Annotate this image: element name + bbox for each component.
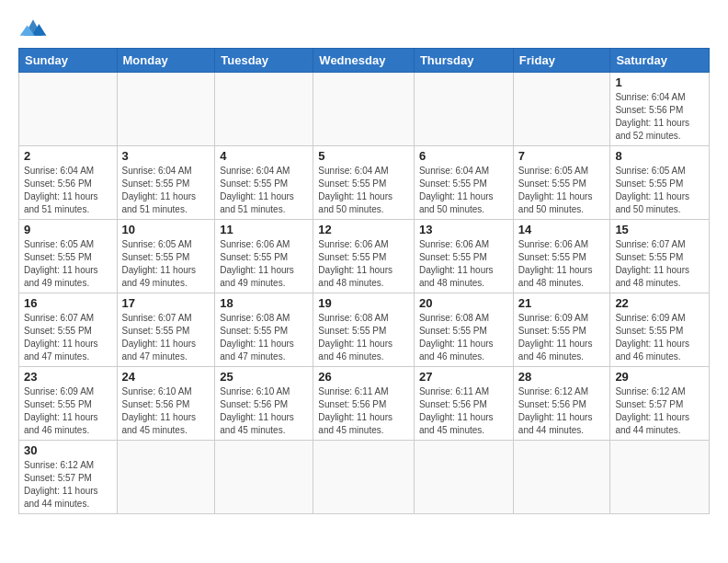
weekday-header-row: SundayMondayTuesdayWednesdayThursdayFrid…: [19, 49, 710, 73]
calendar: SundayMondayTuesdayWednesdayThursdayFrid…: [18, 48, 710, 514]
day-number: 13: [419, 223, 508, 236]
day-number: 2: [24, 149, 112, 163]
day-info: Sunrise: 6:07 AM Sunset: 5:55 PM Dayligh…: [615, 238, 704, 290]
calendar-cell: 10Sunrise: 6:05 AM Sunset: 5:55 PM Dayli…: [117, 220, 215, 293]
calendar-cell: [313, 441, 415, 514]
calendar-cell: 9Sunrise: 6:05 AM Sunset: 5:55 PM Daylig…: [19, 220, 118, 293]
day-info: Sunrise: 6:11 AM Sunset: 5:56 PM Dayligh…: [318, 385, 409, 437]
calendar-cell: 1Sunrise: 6:04 AM Sunset: 5:56 PM Daylig…: [610, 73, 710, 146]
logo: [18, 15, 51, 40]
calendar-cell: 27Sunrise: 6:11 AM Sunset: 5:56 PM Dayli…: [414, 367, 513, 441]
day-number: 23: [24, 370, 112, 384]
page: SundayMondayTuesdayWednesdayThursdayFrid…: [0, 0, 728, 563]
day-info: Sunrise: 6:06 AM Sunset: 5:55 PM Dayligh…: [419, 238, 508, 290]
day-number: 5: [318, 149, 409, 163]
day-info: Sunrise: 6:09 AM Sunset: 5:55 PM Dayligh…: [518, 312, 606, 363]
calendar-cell: 26Sunrise: 6:11 AM Sunset: 5:56 PM Dayli…: [313, 367, 415, 441]
day-info: Sunrise: 6:12 AM Sunset: 5:57 PM Dayligh…: [615, 385, 704, 437]
day-info: Sunrise: 6:10 AM Sunset: 5:56 PM Dayligh…: [220, 385, 308, 437]
day-info: Sunrise: 6:04 AM Sunset: 5:55 PM Dayligh…: [122, 165, 210, 216]
calendar-cell: [414, 441, 513, 514]
day-info: Sunrise: 6:05 AM Sunset: 5:55 PM Dayligh…: [24, 238, 112, 290]
calendar-cell: 25Sunrise: 6:10 AM Sunset: 5:56 PM Dayli…: [215, 367, 313, 441]
calendar-cell: 2Sunrise: 6:04 AM Sunset: 5:56 PM Daylig…: [19, 146, 118, 220]
weekday-header: Monday: [117, 49, 215, 73]
weekday-header: Friday: [513, 49, 610, 73]
calendar-cell: 15Sunrise: 6:07 AM Sunset: 5:55 PM Dayli…: [610, 220, 710, 293]
day-info: Sunrise: 6:12 AM Sunset: 5:56 PM Dayligh…: [518, 385, 606, 437]
day-info: Sunrise: 6:10 AM Sunset: 5:56 PM Dayligh…: [122, 385, 210, 437]
calendar-cell: [414, 73, 513, 146]
day-number: 27: [419, 370, 508, 384]
day-number: 21: [518, 296, 606, 310]
calendar-cell: 14Sunrise: 6:06 AM Sunset: 5:55 PM Dayli…: [513, 220, 610, 293]
calendar-cell: [610, 441, 710, 514]
header: [18, 15, 710, 40]
calendar-cell: [117, 73, 215, 146]
calendar-cell: 20Sunrise: 6:08 AM Sunset: 5:55 PM Dayli…: [414, 293, 513, 367]
day-number: 1: [615, 75, 704, 89]
calendar-cell: [215, 73, 313, 146]
calendar-cell: 18Sunrise: 6:08 AM Sunset: 5:55 PM Dayli…: [215, 293, 313, 367]
calendar-cell: [313, 73, 415, 146]
day-number: 8: [615, 149, 704, 163]
calendar-cell: 23Sunrise: 6:09 AM Sunset: 5:55 PM Dayli…: [19, 367, 118, 441]
day-info: Sunrise: 6:07 AM Sunset: 5:55 PM Dayligh…: [122, 312, 210, 363]
day-number: 9: [24, 223, 112, 236]
weekday-header: Wednesday: [313, 49, 415, 73]
day-info: Sunrise: 6:07 AM Sunset: 5:55 PM Dayligh…: [24, 312, 112, 363]
day-number: 6: [419, 149, 508, 163]
day-info: Sunrise: 6:04 AM Sunset: 5:55 PM Dayligh…: [318, 165, 409, 216]
day-number: 29: [615, 370, 704, 384]
day-number: 26: [318, 370, 409, 384]
day-number: 18: [220, 296, 308, 310]
day-number: 3: [122, 149, 210, 163]
day-number: 17: [122, 296, 210, 310]
calendar-cell: 11Sunrise: 6:06 AM Sunset: 5:55 PM Dayli…: [215, 220, 313, 293]
day-info: Sunrise: 6:05 AM Sunset: 5:55 PM Dayligh…: [615, 165, 704, 216]
day-info: Sunrise: 6:06 AM Sunset: 5:55 PM Dayligh…: [318, 238, 409, 290]
day-number: 28: [518, 370, 606, 384]
calendar-cell: 6Sunrise: 6:04 AM Sunset: 5:55 PM Daylig…: [414, 146, 513, 220]
calendar-cell: 4Sunrise: 6:04 AM Sunset: 5:55 PM Daylig…: [215, 146, 313, 220]
day-number: 16: [24, 296, 112, 310]
calendar-cell: 19Sunrise: 6:08 AM Sunset: 5:55 PM Dayli…: [313, 293, 415, 367]
day-number: 14: [518, 223, 606, 236]
day-number: 4: [220, 149, 308, 163]
day-info: Sunrise: 6:05 AM Sunset: 5:55 PM Dayligh…: [518, 165, 606, 216]
day-info: Sunrise: 6:04 AM Sunset: 5:56 PM Dayligh…: [615, 91, 704, 143]
calendar-cell: 17Sunrise: 6:07 AM Sunset: 5:55 PM Dayli…: [117, 293, 215, 367]
day-info: Sunrise: 6:06 AM Sunset: 5:55 PM Dayligh…: [220, 238, 308, 290]
day-number: 11: [220, 223, 308, 236]
day-info: Sunrise: 6:04 AM Sunset: 5:55 PM Dayligh…: [220, 165, 308, 216]
weekday-header: Thursday: [414, 49, 513, 73]
week-row: 9Sunrise: 6:05 AM Sunset: 5:55 PM Daylig…: [19, 220, 710, 293]
day-info: Sunrise: 6:06 AM Sunset: 5:55 PM Dayligh…: [518, 238, 606, 290]
calendar-cell: [513, 73, 610, 146]
calendar-cell: [513, 441, 610, 514]
day-number: 10: [122, 223, 210, 236]
day-info: Sunrise: 6:08 AM Sunset: 5:55 PM Dayligh…: [419, 312, 508, 363]
day-info: Sunrise: 6:11 AM Sunset: 5:56 PM Dayligh…: [419, 385, 508, 437]
day-number: 30: [24, 443, 112, 457]
calendar-cell: 8Sunrise: 6:05 AM Sunset: 5:55 PM Daylig…: [610, 146, 710, 220]
calendar-cell: 16Sunrise: 6:07 AM Sunset: 5:55 PM Dayli…: [19, 293, 118, 367]
day-number: 25: [220, 370, 308, 384]
calendar-cell: [19, 73, 118, 146]
day-number: 20: [419, 296, 508, 310]
calendar-cell: [117, 441, 215, 514]
day-info: Sunrise: 6:08 AM Sunset: 5:55 PM Dayligh…: [318, 312, 409, 363]
calendar-cell: 7Sunrise: 6:05 AM Sunset: 5:55 PM Daylig…: [513, 146, 610, 220]
day-number: 7: [518, 149, 606, 163]
day-info: Sunrise: 6:12 AM Sunset: 5:57 PM Dayligh…: [24, 459, 112, 511]
day-number: 12: [318, 223, 409, 236]
calendar-cell: 13Sunrise: 6:06 AM Sunset: 5:55 PM Dayli…: [414, 220, 513, 293]
calendar-cell: 12Sunrise: 6:06 AM Sunset: 5:55 PM Dayli…: [313, 220, 415, 293]
calendar-cell: 24Sunrise: 6:10 AM Sunset: 5:56 PM Dayli…: [117, 367, 215, 441]
day-info: Sunrise: 6:09 AM Sunset: 5:55 PM Dayligh…: [615, 312, 704, 363]
day-info: Sunrise: 6:04 AM Sunset: 5:56 PM Dayligh…: [24, 165, 112, 216]
day-info: Sunrise: 6:09 AM Sunset: 5:55 PM Dayligh…: [24, 385, 112, 437]
logo-icon: [18, 15, 48, 40]
calendar-cell: 28Sunrise: 6:12 AM Sunset: 5:56 PM Dayli…: [513, 367, 610, 441]
calendar-cell: [215, 441, 313, 514]
